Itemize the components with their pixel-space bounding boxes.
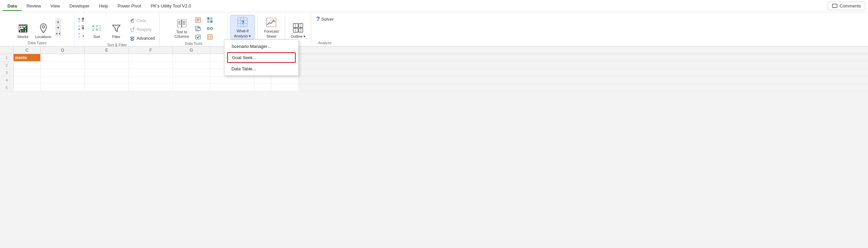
consolidate-button[interactable]	[205, 16, 215, 24]
sort-button[interactable]: A Z Z A Sort	[88, 15, 105, 39]
data-row-4: 4	[0, 76, 868, 84]
consolidate-icon	[207, 17, 213, 23]
svg-rect-64	[207, 17, 210, 20]
cell-h5[interactable]	[210, 84, 254, 91]
cell-h4[interactable]	[210, 76, 254, 84]
stocks-button[interactable]: Stocks	[14, 15, 33, 39]
svg-marker-38	[113, 25, 120, 32]
sort-icon: A Z Z A	[91, 23, 102, 34]
whatif-content: ? What-If Analysis ▾	[230, 15, 255, 40]
sort-za-button[interactable]: Z A	[77, 24, 85, 31]
row-header-empty	[0, 47, 14, 54]
cell-f1[interactable]	[129, 54, 173, 61]
sheet-area: C D E F G H L 1 ments 2 3	[0, 47, 868, 91]
data-tools-right2-col	[205, 15, 215, 41]
forecast-label: Forecast Sheet	[264, 29, 279, 39]
stocks-label: Stocks	[17, 35, 28, 39]
forecast-sheet-button[interactable]: Forecast Sheet	[260, 15, 282, 39]
cell-e5[interactable]	[85, 84, 129, 91]
cell-d5[interactable]	[41, 84, 85, 91]
svg-text:A: A	[92, 24, 95, 28]
scroll-more-arrow[interactable]: ▼▼	[56, 31, 61, 36]
forecast-content: Forecast Sheet	[260, 15, 282, 40]
svg-rect-75	[210, 37, 211, 38]
svg-rect-11	[20, 29, 21, 30]
locations-icon	[38, 23, 49, 34]
cell-e4[interactable]	[85, 76, 129, 84]
cell-c4[interactable]	[14, 76, 41, 84]
cell-g5[interactable]	[173, 84, 210, 91]
cell-g1[interactable]	[173, 54, 210, 61]
tab-help[interactable]: Help	[94, 1, 113, 11]
svg-rect-63	[196, 35, 200, 39]
data-row-2: 2	[0, 61, 868, 69]
whatif-button[interactable]: ? What-If Analysis ▾	[230, 15, 255, 39]
svg-text:A: A	[78, 28, 80, 30]
reapply-button[interactable]: Reapply	[127, 26, 157, 33]
cell-c3[interactable]	[14, 69, 41, 76]
relationships-button[interactable]	[205, 25, 215, 32]
cell-g3[interactable]	[173, 69, 210, 76]
analyze-content: ? Solver	[315, 15, 335, 40]
comments-button[interactable]: Comments	[828, 2, 865, 10]
solver-button[interactable]: ? Solver	[315, 15, 335, 23]
scroll-up-arrow[interactable]: ▲	[56, 19, 61, 24]
cell-c1[interactable]: ments	[14, 54, 41, 61]
tab-review[interactable]: Review	[22, 1, 46, 11]
scenario-manager-item[interactable]: Scenario Manager...	[224, 41, 298, 52]
sort-az-button[interactable]: A Z	[77, 16, 85, 23]
scroll-arrows: ▲ ▼ ▼▼	[56, 17, 61, 38]
cell-d1[interactable]	[41, 54, 85, 61]
row-num-4: 4	[0, 76, 14, 84]
tab-powerpivot[interactable]: Power Pivot	[113, 1, 146, 11]
svg-text:Z: Z	[78, 25, 80, 28]
data-validation-button[interactable]	[193, 33, 203, 41]
data-types-label: Data Types	[3, 40, 72, 46]
svg-text:A: A	[96, 28, 98, 31]
cell-d3[interactable]	[41, 69, 85, 76]
cell-g4[interactable]	[173, 76, 210, 84]
goal-seek-item[interactable]: Goal Seek...	[227, 52, 296, 63]
svg-rect-67	[210, 20, 213, 23]
clear-button[interactable]: Clear	[127, 17, 157, 24]
remove-duplicates-icon	[195, 26, 201, 31]
manage-data-model-button[interactable]	[205, 33, 215, 41]
tab-view[interactable]: View	[46, 1, 65, 11]
cell-g2[interactable]	[173, 61, 210, 69]
cell-l4[interactable]	[271, 76, 298, 84]
tab-data[interactable]: Data	[3, 1, 22, 11]
sort-az-col: A Z Z A	[77, 15, 85, 38]
locations-button[interactable]: Locations	[34, 15, 53, 39]
outline-button[interactable]: Outline ▾	[288, 15, 308, 39]
tab-utility[interactable]: PK's Utility Tool V2.0	[146, 1, 196, 11]
cell-gap5[interactable]	[254, 84, 271, 91]
scroll-down-arrow[interactable]: ▼	[56, 25, 61, 30]
cell-f2[interactable]	[129, 61, 173, 69]
comment-icon	[832, 4, 837, 8]
sort-label: Sort	[93, 35, 100, 39]
cell-c2[interactable]	[14, 61, 41, 69]
cell-d2[interactable]	[41, 61, 85, 69]
cell-e3[interactable]	[85, 69, 129, 76]
cell-l5[interactable]	[271, 84, 298, 91]
flash-fill-button[interactable]	[193, 16, 203, 24]
cell-f3[interactable]	[129, 69, 173, 76]
tab-developer[interactable]: Developer	[65, 1, 94, 11]
data-table-item[interactable]: Data Table...	[224, 64, 298, 74]
cell-f4[interactable]	[129, 76, 173, 84]
text-to-columns-button[interactable]: Text to Columns	[172, 15, 191, 39]
filter-icon	[111, 23, 122, 34]
cell-f5[interactable]	[129, 84, 173, 91]
sort-za2-button[interactable]: Z A	[77, 31, 85, 38]
advanced-button[interactable]: Advanced	[127, 35, 157, 42]
whatif-label: What-If Analysis ▾	[234, 29, 251, 38]
svg-text:A: A	[78, 18, 80, 20]
remove-duplicates-button[interactable]	[193, 25, 203, 32]
cell-d4[interactable]	[41, 76, 85, 84]
cell-gap4[interactable]	[254, 76, 271, 84]
cell-e1[interactable]	[85, 54, 129, 61]
filter-button[interactable]: Filter	[108, 15, 125, 39]
cell-c5[interactable]	[14, 84, 41, 91]
col-header-g: G	[173, 47, 210, 54]
cell-e2[interactable]	[85, 61, 129, 69]
